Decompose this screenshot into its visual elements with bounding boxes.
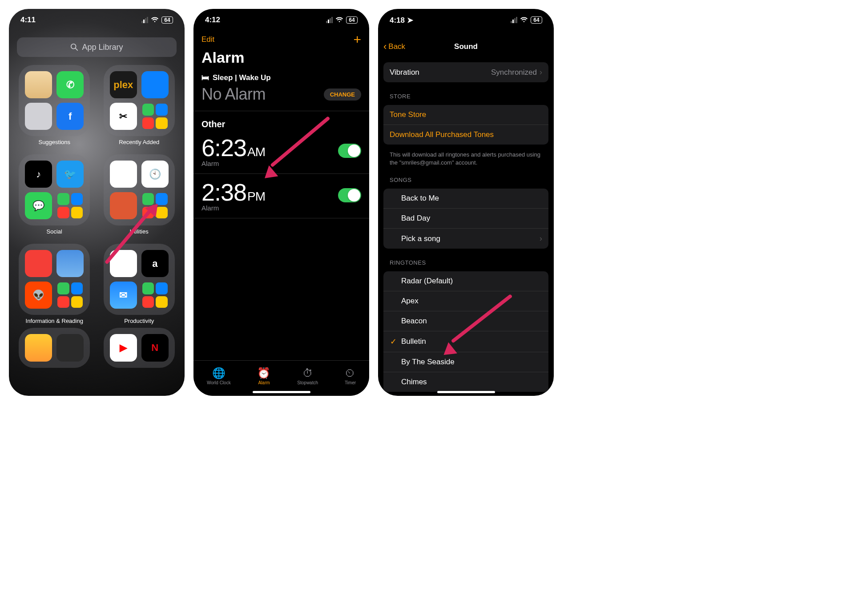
wifi-icon	[335, 16, 343, 24]
vibration-label: Vibration	[390, 68, 419, 77]
ringtones-header: RINGTONES	[378, 251, 554, 269]
folder[interactable]: 👽 Information & Reading	[18, 244, 91, 324]
alarm-toggle[interactable]	[338, 188, 361, 202]
song-cell[interactable]: Back to Me	[383, 189, 548, 209]
tab-label: Timer	[345, 380, 356, 385]
songs-group: Back to Me Bad Day Pick a song ›	[383, 189, 548, 249]
battery-icon: 64	[346, 16, 358, 24]
vibration-cell[interactable]: Vibration Synchronized›	[383, 62, 548, 82]
messages-icon[interactable]: 💬	[25, 192, 52, 219]
song-name: Back to Me	[401, 194, 439, 203]
chrome-icon[interactable]	[110, 161, 137, 188]
folder-label: Social	[47, 228, 62, 235]
folder-label: Recently Added	[119, 139, 159, 145]
folder[interactable]: ♪🐦💬 Social	[18, 154, 91, 235]
download-all-cell[interactable]: Download All Purchased Tones	[383, 125, 548, 145]
tab-stopwatch[interactable]: ⏱ Stopwatch	[297, 367, 318, 385]
tab-bar: 🌐 World Clock ⏰ Alarm ⏱ Stopwatch ⏲ Time…	[193, 360, 369, 396]
alarm-time: 2:38PM	[201, 178, 265, 206]
pocketcasts-icon[interactable]	[25, 250, 52, 277]
folder-label: Productivity	[124, 318, 154, 324]
alarm-toggle[interactable]	[338, 144, 361, 158]
ringtone-cell[interactable]: Apex	[383, 291, 548, 311]
search-input[interactable]: App Library	[17, 37, 177, 57]
youtube-icon[interactable]: ▶	[110, 334, 137, 362]
chevron-right-icon: ›	[540, 68, 542, 77]
status-right: 64	[511, 16, 542, 24]
status-right: 64	[141, 16, 173, 24]
a-app-icon[interactable]: a	[141, 250, 169, 277]
facebook-icon[interactable]: f	[56, 103, 84, 130]
svg-point-0	[71, 44, 76, 49]
ringtone-cell[interactable]: By The Seaside	[383, 352, 548, 372]
folder[interactable]: plex✂ Recently Added	[103, 65, 176, 145]
mini-app-cluster[interactable]	[56, 192, 84, 219]
signal-icon	[511, 17, 517, 23]
signal-icon	[141, 17, 148, 23]
alarm-row[interactable]: 6:23AM Alarm	[193, 129, 369, 174]
plex-icon[interactable]: plex	[110, 71, 137, 98]
duckduckgo-icon[interactable]	[110, 192, 137, 219]
game2-icon[interactable]	[56, 334, 84, 362]
tab-label: World Clock	[207, 380, 231, 385]
mini-app-cluster[interactable]	[56, 282, 84, 309]
back-button[interactable]: ‹ Back	[383, 41, 405, 52]
folder[interactable]: ✆f Suggestions	[18, 65, 91, 145]
tone-store-cell[interactable]: Tone Store	[383, 105, 548, 125]
status-time: 4:18 ➤	[390, 16, 413, 25]
ringtone-cell[interactable]: Radar (Default)	[383, 271, 548, 291]
search-icon	[70, 43, 78, 51]
song-cell[interactable]: Bad Day	[383, 209, 548, 229]
tab-alarm[interactable]: ⏰ Alarm	[257, 367, 270, 385]
status-time: 4:12	[205, 16, 220, 24]
bed-icon: 🛏	[201, 73, 209, 82]
phone-app-library: 4:11 64 App Library ✆f Suggestions plex✂…	[9, 9, 185, 396]
twitter-icon[interactable]: 🐦	[56, 161, 84, 188]
folder[interactable]	[18, 328, 91, 368]
vibration-value: Synchronized	[491, 68, 537, 77]
weather-icon[interactable]	[56, 250, 84, 277]
edit-button[interactable]: Edit	[201, 35, 214, 44]
amazon-icon[interactable]	[25, 71, 52, 98]
quik-icon[interactable]	[141, 71, 169, 98]
sleep-label: Sleep | Wake Up	[213, 73, 271, 82]
battery-icon: 64	[161, 16, 173, 24]
chevron-left-icon: ‹	[383, 41, 387, 52]
vibration-group: Vibration Synchronized›	[383, 62, 548, 82]
home-indicator[interactable]	[253, 391, 310, 393]
tab-timer[interactable]: ⏲ Timer	[345, 367, 356, 385]
ringtone-cell[interactable]: ✓ Bulletin	[383, 331, 548, 352]
globe-icon: 🌐	[212, 367, 226, 379]
ringtone-name: Radar (Default)	[401, 277, 453, 286]
tab-label: Alarm	[258, 380, 270, 385]
game1-icon[interactable]	[25, 334, 52, 362]
change-button[interactable]: CHANGE	[324, 89, 361, 101]
clock-icon[interactable]: 🕙	[141, 161, 169, 188]
folder-grid: ✆f Suggestions plex✂ Recently Added ♪🐦💬 …	[9, 61, 185, 328]
tiktok-icon[interactable]: ♪	[25, 161, 52, 188]
song-cell[interactable]: Pick a song ›	[383, 229, 548, 249]
netflix-icon[interactable]: N	[141, 334, 169, 362]
mini-app-cluster[interactable]	[141, 103, 169, 130]
settings-icon[interactable]	[25, 103, 52, 130]
folder-label: Suggestions	[38, 139, 70, 145]
alarm-icon: ⏰	[257, 367, 270, 379]
stopwatch-icon: ⏱	[302, 367, 313, 379]
songs-header: SONGS	[378, 169, 554, 186]
home-indicator[interactable]	[437, 391, 495, 393]
mail-icon[interactable]: ✉	[110, 282, 137, 309]
tab-label: Stopwatch	[297, 380, 318, 385]
add-button[interactable]: +	[353, 33, 361, 46]
phone-icon[interactable]: ✆	[56, 71, 84, 98]
folder[interactable]: ▶N	[103, 328, 176, 368]
alarm-time: 6:23AM	[201, 134, 265, 161]
capcut-icon[interactable]: ✂	[110, 103, 137, 130]
mini-app-cluster[interactable]	[141, 282, 169, 309]
status-time: 4:11	[20, 16, 36, 24]
wifi-icon	[520, 16, 528, 24]
alarm-row[interactable]: 2:38PM Alarm	[193, 174, 369, 218]
folder-label: Information & Reading	[26, 318, 83, 324]
tab-world-clock[interactable]: 🌐 World Clock	[207, 367, 231, 385]
reddit-icon[interactable]: 👽	[25, 282, 52, 309]
ringtone-cell[interactable]: Chimes	[383, 372, 548, 392]
